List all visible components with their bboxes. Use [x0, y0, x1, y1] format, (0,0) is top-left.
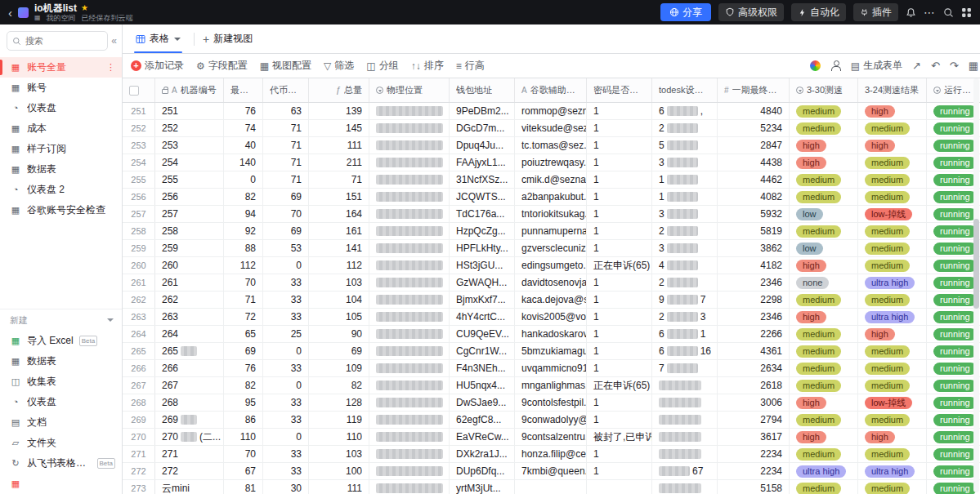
- cell-machine[interactable]: 265: [155, 343, 224, 359]
- cell-total[interactable]: 71: [309, 171, 369, 188]
- cell-todesk[interactable]: [652, 377, 718, 394]
- cell-email[interactable]: edingsumgeto...: [515, 257, 587, 274]
- cell-s324[interactable]: ultra high: [858, 309, 927, 325]
- column-header-idx[interactable]: [123, 78, 155, 102]
- sidebar-item-成本[interactable]: ▦成本: [0, 118, 122, 139]
- cell-wallet[interactable]: F4n3NEh...: [450, 360, 515, 376]
- cell-score[interactable]: 3617: [718, 429, 790, 445]
- cell-status[interactable]: running: [927, 240, 980, 256]
- cell-pwd[interactable]: 1: [587, 394, 652, 411]
- cell-total[interactable]: 69: [309, 343, 369, 359]
- status-badge[interactable]: running: [933, 277, 977, 289]
- cell-machine[interactable]: 261: [155, 274, 224, 291]
- status-badge[interactable]: running: [933, 225, 977, 238]
- cell-total[interactable]: 103: [309, 274, 369, 291]
- cell-machine[interactable]: 271: [155, 446, 224, 462]
- cell-final[interactable]: 82: [224, 377, 263, 394]
- cell-s324[interactable]: medium: [858, 257, 927, 274]
- cell-todesk[interactable]: 616: [652, 343, 718, 359]
- cell-final[interactable]: 70: [224, 274, 263, 291]
- cell-machine[interactable]: 252: [155, 120, 224, 136]
- speed-badge[interactable]: medium: [796, 483, 841, 494]
- cell-location[interactable]: [369, 309, 450, 325]
- cell-email[interactable]: davidtosenovja...: [515, 274, 587, 291]
- cell-s324[interactable]: medium: [858, 412, 927, 428]
- cell-s330[interactable]: none: [790, 274, 858, 291]
- speed-badge[interactable]: medium: [796, 414, 841, 426]
- cell-token2[interactable]: 0: [263, 343, 309, 359]
- search-input[interactable]: [25, 36, 102, 46]
- sidebar-item-导入 Excel[interactable]: ▦导入 ExcelBeta: [0, 331, 122, 351]
- status-badge[interactable]: running: [933, 431, 977, 443]
- speed-badge[interactable]: medium: [865, 448, 910, 461]
- cell-wallet[interactable]: EaVReCw...: [450, 429, 515, 445]
- row-height-button[interactable]: ≡ 行高: [456, 59, 485, 73]
- cell-idx[interactable]: 269: [123, 412, 155, 428]
- cell-email[interactable]: honza.filip@ce...: [515, 446, 587, 462]
- cell-email[interactable]: 7kmbi@queen...: [515, 463, 587, 479]
- cell-email[interactable]: kaca.dejova@s...: [515, 292, 587, 308]
- cell-s330[interactable]: medium: [790, 326, 858, 342]
- cell-total[interactable]: 112: [309, 257, 369, 274]
- column-header-email[interactable]: 谷歌辅助邮箱: [515, 78, 587, 102]
- new-section-header[interactable]: 新建: [0, 309, 122, 331]
- cell-s324[interactable]: ultra high: [858, 463, 927, 479]
- cell-total[interactable]: 211: [309, 154, 369, 171]
- cell-score[interactable]: 4438: [718, 154, 790, 171]
- cell-pwd[interactable]: 1: [587, 292, 652, 308]
- cell-location[interactable]: [369, 360, 450, 376]
- table-row[interactable]: 26526569069CgCnr1W...5bmzukiamagu...1616…: [123, 343, 980, 360]
- cell-final[interactable]: 95: [224, 394, 263, 411]
- cell-location[interactable]: [369, 154, 450, 171]
- filter-button[interactable]: ▽ 筛选: [324, 59, 354, 73]
- cell-s324[interactable]: medium: [858, 360, 927, 376]
- cell-wallet[interactable]: HU5nqx4...: [450, 377, 515, 394]
- cell-location[interactable]: [369, 429, 450, 445]
- cell-token2[interactable]: 33: [263, 412, 309, 428]
- speed-badge[interactable]: medium: [796, 294, 841, 306]
- cell-pwd[interactable]: 1: [587, 120, 652, 136]
- cell-s324[interactable]: high: [858, 429, 927, 445]
- cell-wallet[interactable]: 31NcfXSz...: [450, 171, 515, 188]
- cell-wallet[interactable]: DXk2ra1J...: [450, 446, 515, 462]
- speed-badge[interactable]: medium: [865, 260, 910, 272]
- speed-badge[interactable]: medium: [865, 345, 910, 358]
- cell-total[interactable]: 109: [309, 360, 369, 376]
- cell-total[interactable]: 111: [309, 480, 369, 494]
- cell-s330[interactable]: medium: [790, 189, 858, 205]
- cell-final[interactable]: 140: [224, 154, 263, 171]
- cell-status[interactable]: running: [927, 189, 980, 205]
- speed-badge[interactable]: low: [796, 243, 823, 255]
- column-header-s324[interactable]: 3-24测速结果: [858, 78, 927, 102]
- speed-badge[interactable]: medium: [796, 191, 841, 203]
- cell-todesk[interactable]: 3: [652, 206, 718, 222]
- cell-s330[interactable]: medium: [790, 223, 858, 239]
- cell-wallet[interactable]: yrtM3jUt...: [450, 480, 515, 494]
- cell-status[interactable]: running: [927, 412, 980, 428]
- column-header-todesk[interactable]: todesk设备码: [652, 78, 718, 102]
- cell-idx[interactable]: 251: [123, 103, 155, 119]
- cell-pwd[interactable]: 1: [587, 103, 652, 119]
- cell-machine[interactable]: 251: [155, 103, 224, 119]
- cell-status[interactable]: running: [927, 274, 980, 291]
- cell-wallet[interactable]: 9PeDBm2...: [450, 103, 515, 119]
- cell-wallet[interactable]: DGcD7m...: [450, 120, 515, 136]
- cell-token2[interactable]: 63: [263, 103, 309, 119]
- table-row[interactable]: 273云mini8130111yrtM3jUt...5158mediummedi…: [123, 480, 980, 494]
- sidebar-item-数据表[interactable]: ▦数据表: [0, 159, 122, 180]
- status-badge[interactable]: running: [933, 311, 977, 323]
- cell-wallet[interactable]: HSt3jGU...: [450, 257, 515, 274]
- apps-grid-icon[interactable]: [961, 7, 972, 18]
- speed-badge[interactable]: high: [796, 157, 826, 169]
- cell-pwd[interactable]: 1: [587, 446, 652, 462]
- table-row[interactable]: 2612617033103GzWAQH...davidtosenovja...1…: [123, 274, 980, 292]
- cell-s330[interactable]: medium: [790, 103, 858, 119]
- cell-total[interactable]: 103: [309, 446, 369, 462]
- speed-badge[interactable]: medium: [796, 225, 841, 238]
- speed-badge[interactable]: medium: [796, 328, 841, 340]
- cell-s324[interactable]: medium: [858, 377, 927, 394]
- cell-token2[interactable]: 0: [263, 429, 309, 445]
- cell-score[interactable]: 2618: [718, 377, 790, 394]
- cell-machine[interactable]: 258: [155, 223, 224, 239]
- cell-location[interactable]: [369, 171, 450, 188]
